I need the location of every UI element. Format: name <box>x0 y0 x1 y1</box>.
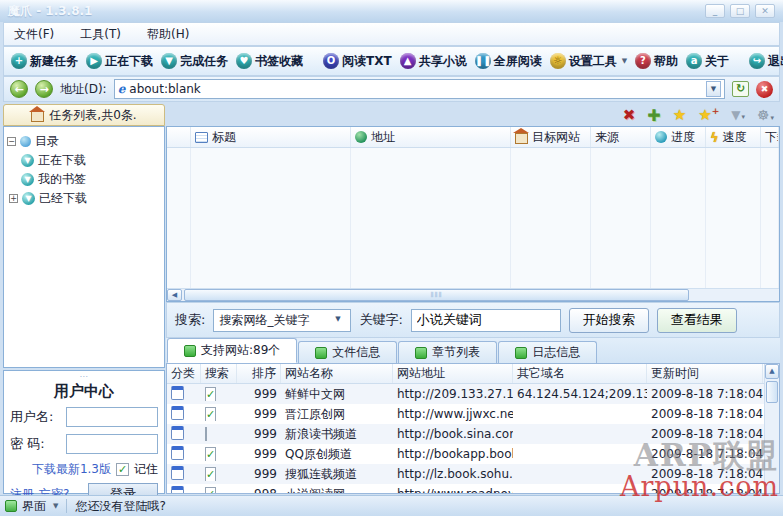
tab-file-info[interactable]: 文件信息 <box>298 341 397 363</box>
column-site-name[interactable]: 网站名称 <box>281 364 393 383</box>
keyword-input[interactable] <box>411 309 561 332</box>
downloading-button[interactable]: ▶正在下载 <box>82 51 157 72</box>
column-category[interactable]: 分类 <box>167 364 201 383</box>
new-task-button[interactable]: +新建任务 <box>7 51 82 72</box>
tree-node-downloaded[interactable]: + ▼ 已经下载 <box>9 189 161 208</box>
column-title[interactable]: 标题 <box>191 127 351 147</box>
about-button[interactable]: a关于 <box>682 51 733 72</box>
document-icon <box>171 426 184 440</box>
document-icon <box>171 466 184 480</box>
grid-toolbar: ✖ ✚ ★ ★+ ▼▾ ☸▾ <box>166 104 780 126</box>
chevron-down-icon[interactable]: ▼ <box>330 312 345 328</box>
table-row[interactable]: ✓ 998 小说阅读网 http://www.readnov... 2009-8… <box>167 484 779 494</box>
view-results-button[interactable]: 查看结果 <box>657 308 737 333</box>
main-area: ✖ ✚ ★ ★+ ▼▾ ☸▾ 标题 地址 目标网站 来源 进度 ϟ速度 下载 ◀… <box>166 104 780 494</box>
gear-icon[interactable]: ☸▾ <box>757 107 774 123</box>
star-add-icon[interactable]: ★+ <box>698 106 719 124</box>
column-other-domains[interactable]: 其它域名 <box>513 364 647 383</box>
scroll-left-icon[interactable]: ◀ <box>167 289 182 301</box>
about-circle-icon: a <box>686 53 702 69</box>
read-txt-button[interactable]: O阅读TXT <box>319 51 396 72</box>
scrollbar-thumb[interactable] <box>766 381 778 403</box>
bookmarks-button[interactable]: ♥书签收藏 <box>232 51 307 72</box>
search-bar: 搜索: 搜索网络_关键字 ▼ 关键字: 开始搜索 查看结果 <box>166 302 780 338</box>
browser-icon: e <box>118 82 126 96</box>
column-site-url[interactable]: 网站地址 <box>393 364 513 383</box>
search-label: 搜索: <box>175 311 205 329</box>
interface-menu[interactable]: 界面 <box>22 498 46 515</box>
table-row[interactable]: ✓ 999 QQ原创频道 http://bookapp.book.... 200… <box>167 444 779 464</box>
table-row[interactable]: ✓ 999 搜狐连载频道 http://lz.book.sohu.c... 20… <box>167 464 779 484</box>
site-checkbox[interactable]: ✓ <box>205 487 216 494</box>
scroll-up-icon[interactable]: ▲ <box>765 364 779 379</box>
skin-icon <box>5 500 17 512</box>
site-checkbox[interactable]: ✓ <box>205 447 216 461</box>
address-dropdown-button[interactable]: ▼ <box>706 81 721 97</box>
forward-button[interactable]: → <box>35 80 53 98</box>
remember-checkbox[interactable]: ✓ <box>116 463 129 476</box>
collapse-icon[interactable]: − <box>7 137 16 146</box>
document-icon <box>171 386 184 400</box>
site-checkbox[interactable] <box>205 427 207 441</box>
task-tree: − 目录 ▼ 正在下载 ▼ 我的书签 + ▼ 已经下载 <box>3 126 165 368</box>
search-mode-select[interactable]: 搜索网络_关键字 ▼ <box>213 309 351 332</box>
expand-icon[interactable]: + <box>9 194 18 203</box>
splitter-handle[interactable]: ⋯ <box>10 375 158 379</box>
column-target-site[interactable]: 目标网站 <box>511 127 591 147</box>
menu-file[interactable]: 文件(F) <box>14 26 54 43</box>
site-checkbox[interactable]: ✓ <box>205 467 216 481</box>
column-source[interactable]: 来源 <box>591 127 651 147</box>
table-row[interactable]: ✓ 999 晋江原创网 http://www.jjwxc.net/ 2009-8… <box>167 404 779 424</box>
tab-log-info[interactable]: 日志信息 <box>498 341 597 363</box>
vertical-scrollbar[interactable]: ▲ <box>764 364 779 493</box>
delete-icon[interactable]: ✖ <box>623 106 636 124</box>
column-order[interactable]: 排序 <box>237 364 281 383</box>
finished-tasks-button[interactable]: ▼完成任务 <box>157 51 232 72</box>
column-updated[interactable]: 更新时间 <box>647 364 763 383</box>
table-row[interactable]: ✓ 999 鲜鲜中文网 http://209.133.27.10... 64.1… <box>167 384 779 404</box>
minimize-button[interactable]: _ <box>705 4 725 18</box>
close-button[interactable]: ✕ <box>755 4 775 18</box>
star-icon[interactable]: ★ <box>673 106 686 124</box>
row-selector-column[interactable] <box>167 127 191 147</box>
help-button[interactable]: ?帮助 <box>631 51 682 72</box>
exit-button[interactable]: ↪退出 <box>745 51 783 72</box>
chevron-down-icon: ▼ <box>53 502 58 510</box>
column-download[interactable]: 下载 <box>761 127 779 147</box>
fullscreen-read-button[interactable]: ❚❚全屏阅读 <box>471 51 546 72</box>
tree-node-downloading[interactable]: ▼ 正在下载 <box>21 151 161 170</box>
password-field[interactable] <box>66 434 158 454</box>
download-latest-link[interactable]: 下载最新1.3版 <box>32 461 111 478</box>
back-button[interactable]: ← <box>10 80 28 98</box>
column-progress[interactable]: 进度 <box>651 127 706 147</box>
address-input[interactable]: e about:blank ▼ <box>114 79 725 99</box>
scrollbar-thumb[interactable]: ⦀⦀⦀ <box>184 289 689 301</box>
filter-icon[interactable]: ▼▾ <box>731 108 745 122</box>
tab-chapter-list[interactable]: 章节列表 <box>398 341 497 363</box>
site-checkbox[interactable]: ✓ <box>205 407 216 421</box>
chevron-down-icon: ▼ <box>622 57 627 65</box>
add-icon[interactable]: ✚ <box>647 106 660 125</box>
task-list-header[interactable]: 任务列表,共0条. <box>3 104 165 126</box>
tree-node-root[interactable]: − 目录 <box>7 132 161 151</box>
horizontal-scrollbar[interactable]: ◀ ⦀⦀⦀ <box>167 288 779 301</box>
table-row[interactable]: 999 新浪读书频道 http://book.sina.com.... 2009… <box>167 424 779 444</box>
menu-tools[interactable]: 工具(T) <box>80 26 121 43</box>
column-search[interactable]: 搜索 <box>201 364 237 383</box>
menu-help[interactable]: 帮助(H) <box>147 26 189 43</box>
share-novel-button[interactable]: ▲共享小说 <box>396 51 471 72</box>
tree-node-bookmarks[interactable]: ▼ 我的书签 <box>21 170 161 189</box>
stop-icon[interactable]: ✖ <box>756 81 773 98</box>
tab-supported-sites[interactable]: 支持网站:89个 <box>167 338 297 363</box>
column-speed[interactable]: ϟ速度 <box>706 127 761 147</box>
maximize-button[interactable]: □ <box>730 4 750 18</box>
go-icon[interactable]: ↻ <box>732 81 749 97</box>
settings-tools-button[interactable]: ☼设置工具▼ <box>546 51 631 72</box>
column-address[interactable]: 地址 <box>351 127 511 147</box>
site-checkbox[interactable]: ✓ <box>205 387 216 401</box>
window-title: 魔爪 - 1.3.8.1 <box>8 3 92 20</box>
start-search-button[interactable]: 开始搜索 <box>569 308 649 333</box>
exit-circle-icon: ↪ <box>749 53 765 69</box>
info-tabs: 支持网站:89个 文件信息 章节列表 日志信息 <box>166 338 780 363</box>
username-field[interactable] <box>66 407 158 427</box>
